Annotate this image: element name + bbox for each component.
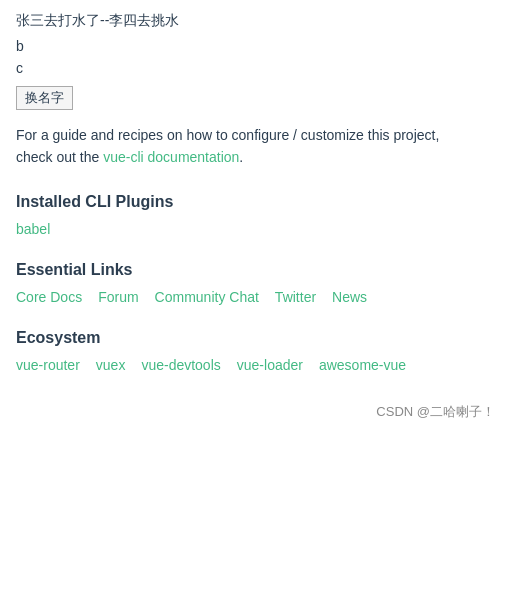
link-ecosystem-2[interactable]: vue-devtools <box>141 357 220 373</box>
vue-cli-doc-link[interactable]: vue-cli documentation <box>103 149 239 165</box>
link-essential-links-1[interactable]: Forum <box>98 289 138 305</box>
section-title-ecosystem: Ecosystem <box>16 329 495 347</box>
link-ecosystem-0[interactable]: vue-router <box>16 357 80 373</box>
section-cli-plugins: Installed CLI Pluginsbabel <box>16 193 495 237</box>
rename-button[interactable]: 换名字 <box>16 86 73 110</box>
link-essential-links-0[interactable]: Core Docs <box>16 289 82 305</box>
links-row-cli-plugins: babel <box>16 221 495 237</box>
description-text1: For a guide and recipes on how to config… <box>16 127 439 143</box>
section-essential-links: Essential LinksCore DocsForumCommunity C… <box>16 261 495 305</box>
section-ecosystem: Ecosystemvue-routervuexvue-devtoolsvue-l… <box>16 329 495 373</box>
section-title-essential-links: Essential Links <box>16 261 495 279</box>
var-c-value: c <box>16 60 495 76</box>
footer-text: CSDN @二哈喇子！ <box>16 403 495 421</box>
link-cli-plugins-0[interactable]: babel <box>16 221 50 237</box>
link-essential-links-4[interactable]: News <box>332 289 367 305</box>
description-block: For a guide and recipes on how to config… <box>16 124 495 169</box>
section-title-cli-plugins: Installed CLI Plugins <box>16 193 495 211</box>
description-text2: check out the <box>16 149 103 165</box>
link-ecosystem-3[interactable]: vue-loader <box>237 357 303 373</box>
page-title: 张三去打水了--李四去挑水 <box>16 12 495 30</box>
link-essential-links-2[interactable]: Community Chat <box>155 289 259 305</box>
description-text3: . <box>239 149 243 165</box>
link-essential-links-3[interactable]: Twitter <box>275 289 316 305</box>
links-row-essential-links: Core DocsForumCommunity ChatTwitterNews <box>16 289 495 305</box>
link-ecosystem-4[interactable]: awesome-vue <box>319 357 406 373</box>
link-ecosystem-1[interactable]: vuex <box>96 357 126 373</box>
var-b-value: b <box>16 38 495 54</box>
links-row-ecosystem: vue-routervuexvue-devtoolsvue-loaderawes… <box>16 357 495 373</box>
